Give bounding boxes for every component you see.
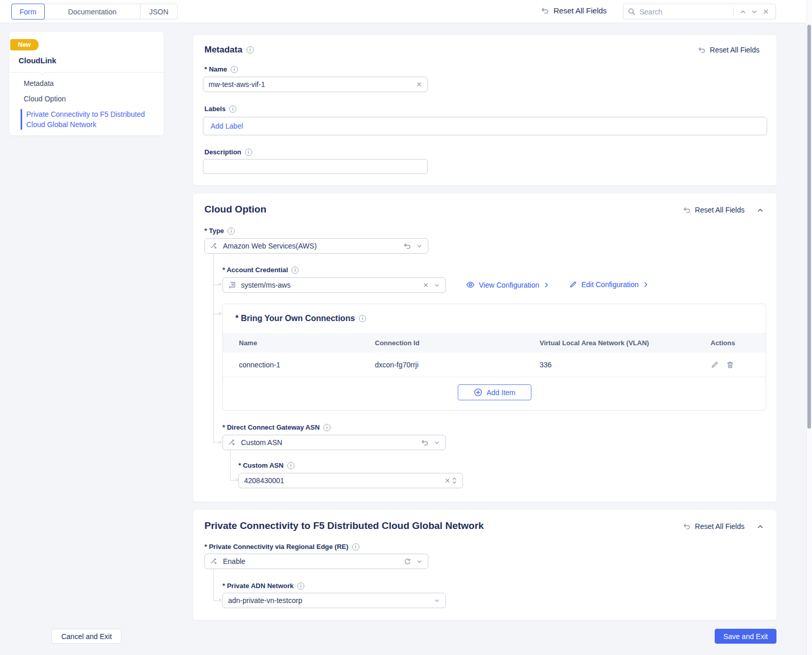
column-name: Name [223,339,375,347]
dcg-asn-label: * Direct Connect Gateway ASN [222,423,320,431]
collapse-icon[interactable] [756,523,764,530]
search-prev-icon[interactable] [737,6,749,17]
info-icon[interactable]: i [323,424,331,431]
one-of-icon [210,557,218,565]
description-input[interactable] [209,163,422,171]
chevron-down-icon[interactable] [434,439,440,446]
sidebar-item-private-connectivity[interactable]: Private Connectivity to F5 Distributed C… [21,109,156,130]
re-select[interactable]: Enable [204,554,428,569]
info-icon[interactable]: i [228,227,235,235]
cloud-option-reset-button[interactable]: Reset All Fields [683,206,745,214]
info-icon[interactable]: i [247,46,254,54]
chevron-right-icon [643,281,649,288]
adn-label-row: * Private ADN Network i [222,582,304,590]
type-label-row: * Type i [204,227,235,235]
chevron-down-icon[interactable] [434,282,440,289]
chevron-down-icon[interactable] [434,597,440,604]
metadata-title-row: Metadata i [204,45,254,55]
undo-icon[interactable] [421,438,429,447]
byoc-title-row: * Bring Your Own Connections i [235,314,366,323]
info-icon[interactable]: i [231,66,238,73]
scrollbar-thumb[interactable] [807,25,811,429]
view-tabs: Form Documentation JSON [11,4,178,20]
chevron-down-icon[interactable] [416,558,423,565]
custom-asn-field [238,473,463,488]
clear-icon[interactable] [423,282,429,288]
collapse-icon[interactable] [756,206,764,214]
custom-asn-input[interactable] [244,476,444,485]
clear-icon[interactable] [444,477,451,484]
info-icon[interactable]: i [245,149,252,156]
adn-value: adn-private-vn-testcorp [228,596,429,605]
dcg-asn-label-row: * Direct Connect Gateway ASN i [222,423,331,431]
adn-label: * Private ADN Network [222,582,293,590]
undo-icon [683,206,691,214]
tree-connector-dot [219,441,221,444]
add-item-button[interactable]: Add Item [458,384,531,400]
byoc-title: * Bring Your Own Connections [235,314,355,323]
account-credential-value: system/ms-aws [241,281,418,289]
sidebar-divider [9,72,164,73]
private-connectivity-section: Private Connectivity to F5 Distributed C… [193,510,776,620]
description-field [203,159,428,174]
adn-select[interactable]: adn-private-vn-testcorp [222,593,446,608]
add-label-button[interactable]: Add Label [211,122,243,130]
tab-documentation[interactable]: Documentation [44,4,141,20]
view-configuration-link[interactable]: View Configuration [466,280,549,289]
metadata-section: Metadata i Reset All Fields * Name i Lab… [193,35,776,185]
scrollbar-track[interactable] [806,0,812,655]
number-stepper[interactable] [452,476,457,485]
undo-icon [683,522,691,530]
save-and-exit-button[interactable]: Save and Exit [715,629,776,644]
info-icon[interactable]: i [229,105,236,113]
tab-json[interactable]: JSON [140,4,178,20]
info-icon[interactable]: i [287,462,295,469]
re-value: Enable [223,557,399,565]
sidebar-title: CloudLink [19,56,56,65]
type-select[interactable]: Amazon Web Services(AWS) [204,238,428,254]
column-connection-id: Connection Id [375,339,540,347]
cell-name: connection-1 [223,361,375,369]
tree-connector [213,569,214,600]
info-icon[interactable]: i [297,582,304,590]
cancel-and-exit-button[interactable]: Cancel and Exit [51,629,122,644]
sidebar-item-metadata[interactable]: Metadata [24,79,54,87]
private-connectivity-reset-button[interactable]: Reset All Fields [683,522,745,530]
cell-vlan: 336 [540,361,711,369]
account-credential-select[interactable]: system/ms-aws [222,277,446,293]
search-next-icon[interactable] [749,6,760,17]
undo-icon[interactable] [403,242,411,250]
edit-row-icon[interactable] [711,361,719,369]
dcg-asn-value: Custom ASN [241,438,416,447]
search-close-icon[interactable] [760,6,771,17]
reset-all-fields-button[interactable]: Reset All Fields [541,6,607,15]
account-credential-label-row: * Account Credential i [222,266,299,274]
tree-connector [230,450,231,480]
delete-row-icon[interactable] [726,361,734,369]
labels-label-row: Labels i [204,105,236,113]
chevron-down-icon[interactable] [416,243,423,250]
tree-connector-dot [219,599,221,601]
dcg-asn-select[interactable]: Custom ASN [222,435,446,450]
search-input[interactable] [640,8,730,16]
sidebar-item-cloud-option[interactable]: Cloud Option [24,95,66,103]
tab-form[interactable]: Form [11,4,45,20]
labels-field[interactable]: Add Label [203,117,767,135]
description-label-row: Description i [204,148,252,156]
account-credential-label: * Account Credential [222,266,288,274]
cloud-option-title-row: Cloud Option [204,204,266,215]
info-icon[interactable]: i [291,267,299,274]
search-box[interactable] [623,4,776,20]
custom-asn-label-row: * Custom ASN i [238,462,295,469]
info-icon[interactable]: i [352,543,359,551]
clear-icon[interactable] [416,81,422,87]
metadata-reset-button[interactable]: Reset All Fields [698,46,759,54]
reset-all-fields-label: Reset All Fields [554,6,607,15]
edit-configuration-link[interactable]: Edit Configuration [569,280,649,289]
refresh-icon[interactable] [404,558,411,565]
name-input[interactable] [209,80,416,88]
name-label: * Name [204,65,227,73]
cell-connection-id: dxcon-fg70rrji [375,361,540,369]
one-of-icon [228,438,236,447]
info-icon[interactable]: i [359,315,366,322]
